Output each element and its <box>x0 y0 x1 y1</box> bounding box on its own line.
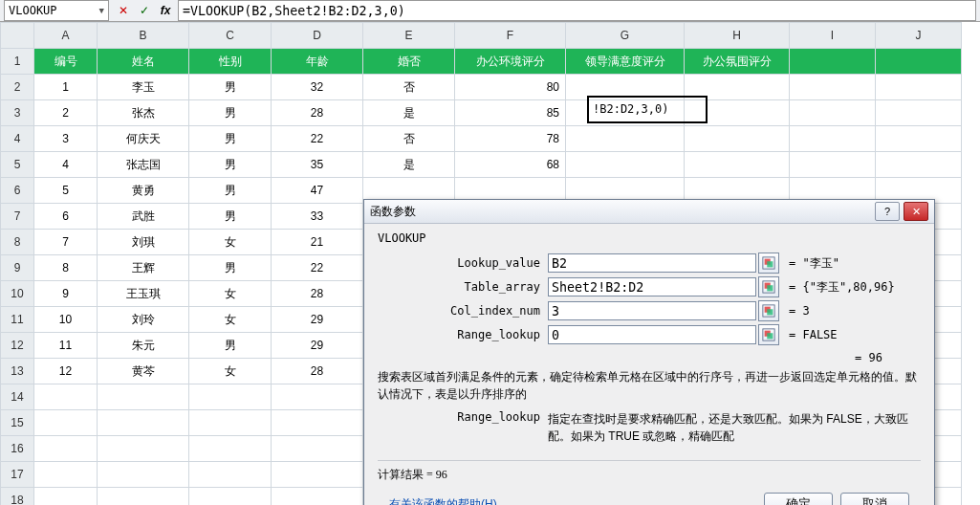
cell[interactable] <box>876 152 962 178</box>
cell[interactable]: 武胜 <box>98 204 189 230</box>
cell[interactable]: 32 <box>272 75 363 100</box>
cell[interactable]: 29 <box>272 307 363 333</box>
cell[interactable]: 黄勇 <box>98 178 189 204</box>
cell[interactable]: 11 <box>34 333 98 359</box>
cell[interactable]: 68 <box>455 152 566 178</box>
cell[interactable] <box>685 152 790 178</box>
cell[interactable] <box>98 436 189 462</box>
cell[interactable]: 7 <box>34 230 98 255</box>
cell[interactable]: 张杰 <box>98 100 189 126</box>
row-header-17[interactable]: 17 <box>1 462 34 488</box>
cell[interactable]: 4 <box>34 152 98 178</box>
cell[interactable] <box>566 100 685 126</box>
cell[interactable]: 29 <box>272 333 363 359</box>
param-input-Lookup_value[interactable] <box>548 253 756 273</box>
row-header-14[interactable]: 14 <box>1 384 34 410</box>
cell[interactable]: 男 <box>189 178 272 204</box>
row-header-12[interactable]: 12 <box>1 333 34 359</box>
col-header-D[interactable]: D <box>272 23 363 49</box>
cell[interactable]: 女 <box>189 307 272 333</box>
cell[interactable] <box>272 436 363 462</box>
param-input-Col_index_num[interactable] <box>548 301 756 320</box>
range-picker-icon[interactable] <box>758 300 779 321</box>
header-cell[interactable]: 办公环境评分 <box>455 49 566 75</box>
cell[interactable] <box>272 488 363 506</box>
col-header-F[interactable]: F <box>455 23 566 49</box>
cell[interactable]: 9 <box>34 281 98 307</box>
cell[interactable] <box>790 75 876 100</box>
cell[interactable]: 33 <box>272 204 363 230</box>
row-header-16[interactable]: 16 <box>1 436 34 462</box>
cell[interactable]: 否 <box>363 126 455 152</box>
cell[interactable]: 8 <box>34 255 98 281</box>
cell[interactable]: 王辉 <box>98 255 189 281</box>
cell[interactable]: 80 <box>455 75 566 100</box>
cell[interactable] <box>272 384 363 410</box>
col-header-B[interactable]: B <box>98 23 189 49</box>
cell[interactable]: 28 <box>272 359 363 384</box>
formula-input[interactable] <box>178 0 976 21</box>
dialog-close-button[interactable]: ✕ <box>904 202 928 221</box>
header-cell[interactable]: 性别 <box>189 49 272 75</box>
cell[interactable]: 3 <box>34 126 98 152</box>
range-picker-icon[interactable] <box>758 252 779 274</box>
header-cell[interactable]: 办公氛围评分 <box>685 49 790 75</box>
dialog-titlebar[interactable]: 函数参数 ? ✕ <box>364 200 934 224</box>
cell[interactable]: 78 <box>455 126 566 152</box>
cell[interactable] <box>34 410 98 436</box>
row-header-6[interactable]: 6 <box>1 178 34 204</box>
row-header-4[interactable]: 4 <box>1 126 34 152</box>
col-header-I[interactable]: I <box>790 23 876 49</box>
cell[interactable]: 黄芩 <box>98 359 189 384</box>
row-header-9[interactable]: 9 <box>1 255 34 281</box>
header-cell[interactable]: 姓名 <box>98 49 189 75</box>
cell[interactable] <box>189 384 272 410</box>
cell[interactable] <box>189 462 272 488</box>
cell[interactable] <box>98 488 189 506</box>
dialog-help-button[interactable]: ? <box>875 202 900 221</box>
cell[interactable]: 22 <box>272 255 363 281</box>
cell[interactable] <box>98 384 189 410</box>
cell[interactable] <box>189 436 272 462</box>
row-header-18[interactable]: 18 <box>1 488 34 506</box>
cancel-button[interactable]: 取消 <box>840 493 909 505</box>
cell[interactable] <box>272 462 363 488</box>
cell[interactable] <box>685 100 790 126</box>
cell[interactable] <box>189 410 272 436</box>
col-header-J[interactable]: J <box>876 23 962 49</box>
row-header-7[interactable]: 7 <box>1 204 34 230</box>
cell[interactable] <box>685 126 790 152</box>
cell[interactable]: 10 <box>34 307 98 333</box>
fx-icon[interactable]: fx <box>157 2 174 19</box>
cell[interactable]: 12 <box>34 359 98 384</box>
cell[interactable] <box>790 152 876 178</box>
row-header-3[interactable]: 3 <box>1 100 34 126</box>
cell[interactable]: 张志国 <box>98 152 189 178</box>
cell[interactable] <box>272 410 363 436</box>
cell[interactable]: 刘琪 <box>98 230 189 255</box>
cell[interactable]: 女 <box>189 359 272 384</box>
cell[interactable]: 5 <box>34 178 98 204</box>
cell[interactable]: 刘玲 <box>98 307 189 333</box>
header-cell[interactable]: 领导满意度评分 <box>566 49 685 75</box>
cell[interactable] <box>876 100 962 126</box>
cell[interactable] <box>98 462 189 488</box>
col-header-E[interactable]: E <box>363 23 455 49</box>
row-header-2[interactable]: 2 <box>1 75 34 100</box>
accept-formula-icon[interactable]: ✓ <box>136 2 153 19</box>
cell[interactable] <box>34 436 98 462</box>
cell[interactable]: 6 <box>34 204 98 230</box>
cell[interactable]: 男 <box>189 333 272 359</box>
cell[interactable]: 男 <box>189 255 272 281</box>
row-header-13[interactable]: 13 <box>1 359 34 384</box>
row-header-11[interactable]: 11 <box>1 307 34 333</box>
cell[interactable] <box>34 384 98 410</box>
cell[interactable]: 何庆天 <box>98 126 189 152</box>
cell[interactable]: 85 <box>455 100 566 126</box>
row-header-8[interactable]: 8 <box>1 230 34 255</box>
cell[interactable]: 男 <box>189 152 272 178</box>
cell[interactable] <box>876 126 962 152</box>
cell[interactable]: 男 <box>189 204 272 230</box>
cell[interactable]: 男 <box>189 75 272 100</box>
range-picker-icon[interactable] <box>758 276 779 297</box>
